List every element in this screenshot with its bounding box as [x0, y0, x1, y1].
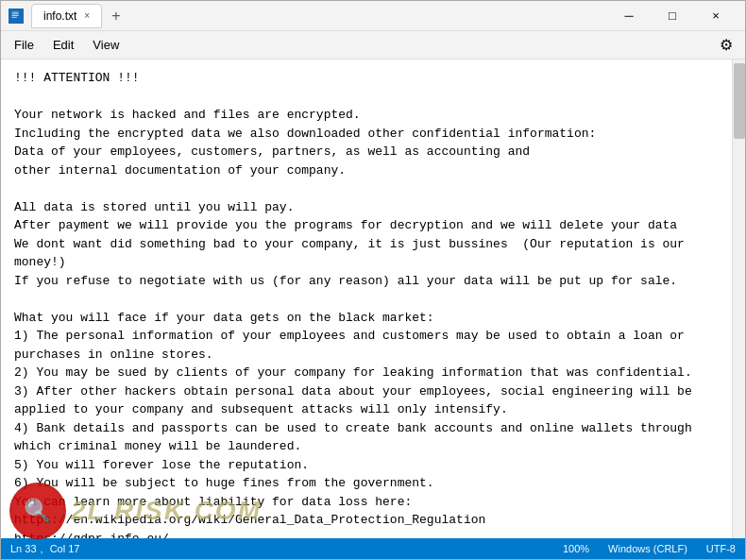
content-wrapper: !!! ATTENTION !!! Your network is hacked…	[1, 59, 745, 538]
notepad-window: info.txt × + ─ □ × File Edit View ⚙ !!! …	[0, 0, 746, 560]
status-right: 100% Windows (CRLF) UTF-8	[563, 543, 736, 554]
app-icon	[8, 8, 24, 24]
minimize-button[interactable]: ─	[607, 1, 651, 31]
tab-label: info.txt	[43, 9, 76, 23]
status-zoom: 100%	[563, 543, 589, 554]
tab-close-button[interactable]: ×	[84, 10, 90, 21]
window-controls: ─ □ ×	[607, 1, 738, 31]
status-encoding: UTF-8	[706, 543, 736, 554]
status-bar: Ln 33, Col 17 100% Windows (CRLF) UTF-8	[1, 538, 745, 559]
status-line-ending: Windows (CRLF)	[608, 543, 687, 554]
status-line-col: Ln 33, Col 17	[10, 543, 79, 554]
svg-rect-2	[12, 13, 19, 14]
scrollbar[interactable]	[732, 59, 745, 538]
title-bar: info.txt × + ─ □ ×	[1, 1, 745, 31]
menu-view[interactable]: View	[83, 34, 128, 56]
settings-icon[interactable]: ⚙	[711, 32, 741, 59]
maximize-button[interactable]: □	[651, 1, 694, 31]
scrollbar-thumb[interactable]	[734, 63, 745, 139]
close-button[interactable]: ×	[694, 1, 738, 31]
menu-file[interactable]: File	[5, 34, 43, 56]
svg-rect-1	[12, 11, 19, 12]
new-tab-button[interactable]: +	[106, 6, 126, 26]
menu-edit[interactable]: Edit	[43, 34, 83, 56]
status-line: Ln 33	[10, 543, 37, 554]
tab-bar: info.txt × +	[31, 4, 127, 28]
svg-rect-3	[12, 15, 19, 16]
menu-bar: File Edit View ⚙	[1, 31, 745, 59]
text-content[interactable]: !!! ATTENTION !!! Your network is hacked…	[1, 59, 732, 538]
status-col: Col 17	[50, 543, 80, 554]
svg-rect-4	[12, 16, 17, 17]
tab-info-txt[interactable]: info.txt ×	[31, 4, 102, 28]
